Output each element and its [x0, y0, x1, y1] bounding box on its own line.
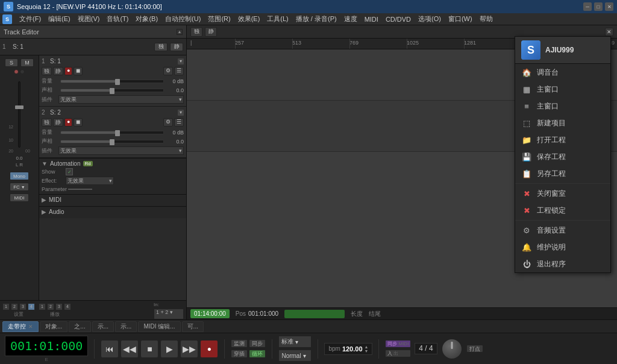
monitor-btn[interactable]: 监测	[231, 339, 248, 348]
minimize-button[interactable]: ─	[583, 2, 592, 11]
record-btn[interactable]: ●	[200, 340, 218, 358]
menu-item-maintenance[interactable]: 🔔 维护说明	[515, 239, 610, 256]
menu-cd[interactable]: CD/DVD	[382, 14, 415, 24]
track-2-record[interactable]: ●	[64, 118, 72, 127]
track-1-plugin-select[interactable]: 无效果 ▾	[58, 95, 184, 104]
menu-item-audio-settings[interactable]: ⚙ 音频设置	[515, 222, 610, 239]
bpm-arrows[interactable]: ▲ ▼	[365, 345, 369, 353]
menu-item-grid[interactable]: ▦ 主窗口	[515, 81, 610, 98]
tab-3[interactable]: 之...	[69, 321, 90, 332]
menu-item-saveas[interactable]: 📋 另存工程	[515, 165, 610, 182]
menu-item-lock[interactable]: ✖ 工程锁定	[515, 202, 610, 219]
track-2-expand[interactable]: ▾	[178, 110, 184, 116]
route-btn-6[interactable]: 2	[47, 303, 54, 310]
master-fader-handle[interactable]	[15, 105, 23, 109]
master-mute-btn[interactable]: 静	[170, 43, 183, 51]
menu-track[interactable]: 音轨(T)	[103, 13, 132, 25]
effect-select[interactable]: 无效果 ▾	[66, 177, 114, 185]
loop-btn[interactable]: 循环	[249, 350, 266, 358]
fc-btn[interactable]: FC ▼	[10, 183, 29, 191]
menu-auto[interactable]: 自动控制(U)	[161, 13, 204, 25]
track-1-mute[interactable]: 静	[53, 67, 63, 75]
menu-options[interactable]: 选项(O)	[415, 13, 445, 25]
automation-header[interactable]: ▼ Automation Rd	[42, 160, 184, 167]
menu-tools[interactable]: 工具(L)	[263, 13, 292, 25]
right-panel-close-btn[interactable]: ✕	[605, 28, 613, 36]
normal-select[interactable]: Normal ▾	[278, 350, 312, 362]
mute-btn[interactable]: 静	[205, 27, 217, 37]
audio-header[interactable]: ▶ Audio	[42, 209, 184, 215]
track-1-vol-slider[interactable]	[60, 80, 164, 83]
stop-btn[interactable]: ■	[140, 340, 158, 358]
track-2-plugin-select[interactable]: 无效果 ▾	[58, 146, 184, 155]
track-2-vol-slider[interactable]	[60, 131, 164, 134]
tab-transport-close[interactable]: ✕	[28, 324, 33, 330]
mono-btn[interactable]: Mono	[10, 172, 29, 180]
route-btn-2[interactable]: 2	[11, 303, 18, 310]
menu-item-main[interactable]: ≡ 主窗口	[515, 98, 610, 115]
route-btn-4[interactable]: 4	[28, 303, 35, 310]
tab-transport[interactable]: 走带控 ✕	[2, 321, 39, 332]
tab-midi-editor[interactable]: MIDI 编辑...	[138, 321, 180, 332]
menu-range[interactable]: 范围(R)	[204, 13, 234, 25]
track-1-pan-slider[interactable]	[60, 89, 164, 92]
menu-view[interactable]: 视图(V)	[74, 13, 104, 25]
master-solo-btn[interactable]: 独	[154, 43, 168, 51]
route-btn-7[interactable]: 3	[55, 303, 63, 310]
track-2-solo[interactable]: 独	[42, 118, 52, 127]
sync-btn[interactable]: 同步	[249, 339, 266, 348]
play-btn[interactable]: ▶	[160, 340, 178, 358]
menu-tempo[interactable]: 速度	[340, 13, 361, 25]
track-2-stop[interactable]: ◼	[74, 118, 83, 127]
menu-file[interactable]: 文件(F)	[16, 13, 45, 25]
midi-header[interactable]: ▶ MIDI	[42, 196, 184, 203]
show-checkbox[interactable]: ✓	[66, 168, 73, 175]
menu-window[interactable]: 窗口(W)	[445, 13, 476, 25]
track-1-menu[interactable]: ☰	[174, 67, 184, 75]
menu-item-mixer[interactable]: 🏠 调音台	[515, 64, 610, 81]
track-1-stop[interactable]: ◼	[74, 67, 83, 75]
menu-midi[interactable]: MIDI	[361, 14, 382, 24]
channel-select[interactable]: 1 + 2 ▾	[154, 309, 184, 319]
master-m-btn[interactable]: M	[20, 58, 34, 67]
panel-collapse-btn[interactable]: ▲	[177, 29, 183, 35]
punch-point-btn[interactable]: 打点	[466, 345, 483, 353]
track-2-menu[interactable]: ☰	[174, 118, 184, 127]
tab-object[interactable]: 对象...	[40, 321, 67, 332]
menu-playback[interactable]: 播放 / 录音(P)	[292, 13, 340, 25]
menu-item-save[interactable]: 💾 保存工程	[515, 148, 610, 165]
tab-4[interactable]: 示...	[92, 321, 114, 332]
bpm-down[interactable]: ▼	[365, 349, 369, 353]
route-btn-5[interactable]: 1	[39, 303, 46, 310]
track-1-expand[interactable]: ▾	[178, 58, 184, 64]
track-1-record[interactable]: ●	[64, 67, 72, 75]
master-s-btn[interactable]: S	[5, 58, 18, 67]
close-button[interactable]: ✕	[605, 2, 613, 11]
midi-btn[interactable]: MIDI	[10, 193, 29, 202]
master-fader[interactable]	[14, 78, 24, 151]
track-2-pan-slider[interactable]	[60, 140, 164, 143]
window-controls[interactable]: ─ □ ✕	[583, 2, 613, 11]
punch-btn[interactable]: 穿插	[231, 350, 248, 358]
menu-item-exit[interactable]: ⏻ 退出程序	[515, 256, 610, 272]
menu-object[interactable]: 对象(B)	[132, 13, 161, 25]
menu-effects[interactable]: 效果(E)	[234, 13, 264, 25]
route-btn-3[interactable]: 3	[19, 303, 27, 310]
solo-btn[interactable]: 独	[190, 27, 202, 37]
route-btn-8[interactable]: 4	[64, 303, 71, 310]
rewind-start-btn[interactable]: ⏮	[101, 340, 119, 358]
io-btn[interactable]: 入 出	[385, 350, 411, 357]
master-knob[interactable]	[441, 338, 463, 360]
rewind-btn[interactable]: ◀◀	[121, 340, 139, 358]
menu-item-new[interactable]: ⬚ 新建项目	[515, 115, 610, 131]
maximize-button[interactable]: □	[594, 2, 603, 11]
track-1-settings[interactable]: ⚙	[163, 67, 173, 75]
tab-7[interactable]: 可...	[182, 321, 204, 332]
track-1-solo[interactable]: 独	[42, 67, 52, 75]
mode-select[interactable]: 标准 ▾	[278, 336, 312, 348]
fast-forward-btn[interactable]: ▶▶	[180, 340, 198, 358]
menu-item-open[interactable]: 📁 打开工程	[515, 131, 610, 148]
track-2-settings[interactable]: ⚙	[163, 118, 173, 127]
menu-item-close-room[interactable]: ✖ 关闭窗室	[515, 185, 610, 202]
track-2-mute[interactable]: 静	[53, 118, 63, 127]
